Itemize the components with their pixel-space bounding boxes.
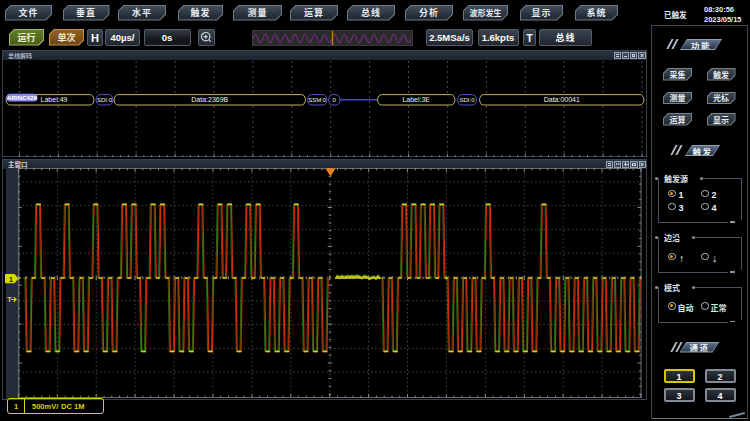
- svg-text:1: 1: [9, 274, 13, 284]
- svg-text:T: T: [7, 293, 12, 304]
